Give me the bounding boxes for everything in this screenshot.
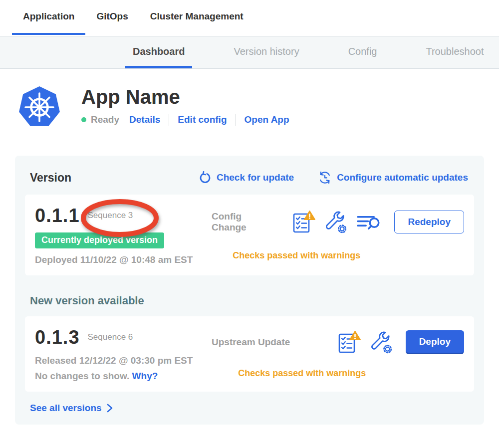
see-all-versions-link[interactable]: See all versions bbox=[30, 403, 113, 414]
top-nav: Application GitOps Cluster Management bbox=[0, 0, 499, 36]
tab-gitops-label: GitOps bbox=[96, 11, 128, 22]
deployed-date: Deployed 11/10/22 @ 10:48 am EST bbox=[35, 254, 212, 265]
app-header: App Name Ready Details Edit config Open … bbox=[17, 85, 499, 131]
status-dot-icon bbox=[81, 117, 86, 122]
available-checks-status[interactable]: Checks passed with warnings bbox=[212, 368, 393, 379]
tab-cluster-management[interactable]: Cluster Management bbox=[139, 0, 254, 35]
status-badge: Ready bbox=[91, 114, 119, 125]
sub-nav: Dashboard Version history Config Trouble… bbox=[0, 36, 499, 69]
available-sequence-label: Sequence 6 bbox=[88, 332, 133, 342]
new-version-available-heading: New version available bbox=[30, 294, 474, 307]
current-checks-status[interactable]: Checks passed with warnings bbox=[212, 250, 381, 261]
refresh-icon bbox=[199, 171, 212, 184]
tab-application[interactable]: Application bbox=[12, 0, 85, 35]
configure-automatic-updates-label: Configure automatic updates bbox=[337, 172, 468, 183]
tab-cluster-management-label: Cluster Management bbox=[150, 11, 244, 22]
check-for-update-button[interactable]: Check for update bbox=[199, 171, 294, 184]
kubernetes-logo-icon bbox=[17, 85, 61, 131]
chevron-right-icon bbox=[106, 404, 113, 413]
auto-update-clock-icon bbox=[318, 171, 332, 185]
available-version-number: 0.1.3 bbox=[35, 327, 80, 348]
tab-version-history-label: Version history bbox=[234, 46, 299, 57]
current-release-card: 0.1.1 Sequence 3 Currently deployed vers… bbox=[25, 195, 474, 275]
tab-version-history[interactable]: Version history bbox=[226, 37, 306, 68]
preflight-checklist-warning-icon[interactable] bbox=[291, 210, 315, 234]
check-for-update-label: Check for update bbox=[217, 172, 294, 183]
current-source-label: Config Change bbox=[212, 211, 278, 233]
details-link[interactable]: Details bbox=[129, 114, 160, 125]
tab-application-label: Application bbox=[23, 11, 74, 22]
open-app-link[interactable]: Open App bbox=[245, 114, 289, 125]
redeploy-button[interactable]: Redeploy bbox=[394, 211, 464, 233]
tab-gitops[interactable]: GitOps bbox=[85, 0, 139, 35]
released-date: Released 12/12/22 @ 03:30 pm EST bbox=[35, 355, 212, 366]
tab-dashboard-label: Dashboard bbox=[133, 46, 185, 57]
deploy-button[interactable]: Deploy bbox=[406, 330, 464, 354]
currently-deployed-badge: Currently deployed version bbox=[35, 232, 164, 248]
tab-config[interactable]: Config bbox=[341, 37, 385, 68]
no-changes-text: No changes to show. bbox=[35, 371, 129, 381]
page-title: App Name bbox=[81, 86, 289, 108]
tab-config-label: Config bbox=[348, 46, 377, 57]
available-release-card: 0.1.3 Sequence 6 Released 12/12/22 @ 03:… bbox=[25, 316, 474, 392]
tab-dashboard[interactable]: Dashboard bbox=[125, 37, 192, 68]
see-all-versions-label: See all versions bbox=[30, 403, 102, 414]
version-card-title: Version bbox=[30, 171, 175, 185]
current-sequence-label: Sequence 3 bbox=[88, 211, 133, 221]
available-source-label: Upstream Update bbox=[212, 337, 324, 348]
divider bbox=[236, 114, 236, 126]
version-card: Version Check for update Confi bbox=[15, 156, 484, 425]
view-files-icon[interactable] bbox=[356, 211, 381, 233]
config-wrench-icon[interactable] bbox=[370, 331, 393, 354]
edit-config-link[interactable]: Edit config bbox=[178, 114, 227, 125]
tab-troubleshoot[interactable]: Troubleshoot bbox=[418, 37, 491, 68]
preflight-checklist-warning-icon[interactable] bbox=[337, 330, 361, 354]
tab-troubleshoot-label: Troubleshoot bbox=[426, 46, 484, 57]
config-wrench-icon[interactable] bbox=[324, 211, 347, 233]
divider bbox=[169, 114, 169, 126]
why-link[interactable]: Why? bbox=[132, 371, 158, 381]
current-version-number: 0.1.1 bbox=[35, 205, 80, 226]
configure-automatic-updates-button[interactable]: Configure automatic updates bbox=[318, 171, 468, 185]
